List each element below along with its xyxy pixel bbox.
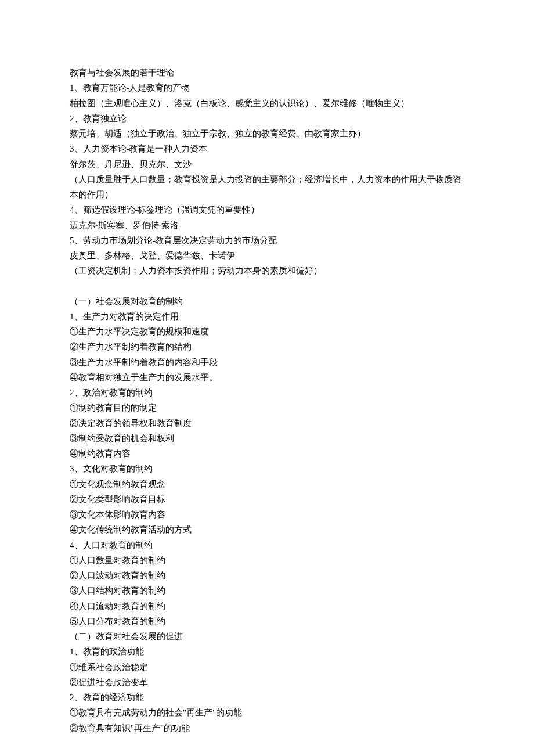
text-line: 5、劳动力市场划分论-教育层次决定劳动力的市场分配	[70, 233, 464, 248]
text-line: ④文化传统制约教育活动的方式	[70, 522, 464, 537]
text-line: 3、文化对教育的制约	[70, 461, 464, 476]
document-page: 教育与社会发展的若干理论1、教育万能论-人是教育的产物柏拉图（主观唯心主义）、洛…	[0, 0, 534, 756]
text-line: 皮奥里、多林格、戈登、爱德华兹、卡诺伊	[70, 248, 464, 263]
text-line: ②教育具有知识"再生产"的功能	[70, 721, 464, 736]
text-line: 舒尔茨、丹尼逊、贝克尔、文沙	[70, 157, 464, 172]
text-line: ③生产力水平制约着教育的内容和手段	[70, 355, 464, 370]
text-line: 1、生产力对教育的决定作用	[70, 309, 464, 324]
text-line: 柏拉图（主观唯心主义）、洛克（白板论、感觉主义的认识论）、爱尔维修（唯物主义）	[70, 96, 464, 111]
text-line: （工资决定机制；人力资本投资作用；劳动力本身的素质和偏好）	[70, 263, 464, 278]
text-line: ②生产力水平制约着教育的结构	[70, 339, 464, 354]
text-line: ①教育具有完成劳动力的社会"再生产"的功能	[70, 705, 464, 720]
text-line: ③文化本体影响教育内容	[70, 507, 464, 522]
text-line: 2、教育的经济功能	[70, 690, 464, 705]
text-line: ①制约教育目的的制定	[70, 400, 464, 415]
text-line: ④制约教育内容	[70, 446, 464, 461]
text-line: ②促进社会政治变革	[70, 675, 464, 690]
text-line: 4、人口对教育的制约	[70, 538, 464, 553]
text-line: ②决定教育的领导权和教育制度	[70, 416, 464, 431]
text-line: ①人口数量对教育的制约	[70, 553, 464, 568]
text-line: ①生产力水平决定教育的规模和速度	[70, 324, 464, 339]
blank-line	[70, 279, 464, 294]
text-line: ②文化类型影响教育目标	[70, 492, 464, 507]
text-line: ④人口流动对教育的制约	[70, 599, 464, 614]
text-line: ③人口结构对教育的制约	[70, 583, 464, 598]
document-content: 教育与社会发展的若干理论1、教育万能论-人是教育的产物柏拉图（主观唯心主义）、洛…	[70, 65, 464, 736]
text-line: ①文化观念制约教育观念	[70, 477, 464, 492]
text-line: （二）教育对社会发展的促进	[70, 629, 464, 644]
text-line: 教育与社会发展的若干理论	[70, 65, 464, 80]
text-line: 1、教育万能论-人是教育的产物	[70, 80, 464, 95]
text-line: （一）社会发展对教育的制约	[70, 294, 464, 309]
text-line: （人口质量胜于人口数量；教育投资是人力投资的主要部分；经济增长中，人力资本的作用…	[70, 172, 464, 203]
text-line: 1、教育的政治功能	[70, 644, 464, 659]
text-line: 蔡元培、胡适（独立于政治、独立于宗教、独立的教育经费、由教育家主办）	[70, 126, 464, 141]
text-line: ②人口波动对教育的制约	[70, 568, 464, 583]
text-line: 4、筛选假设理论-标签理论（强调文凭的重要性）	[70, 202, 464, 217]
text-line: 迈克尔·斯宾塞、罗伯特·索洛	[70, 218, 464, 233]
text-line: 2、教育独立论	[70, 111, 464, 126]
text-line: ⑤人口分布对教育的制约	[70, 614, 464, 629]
text-line: 2、政治对教育的制约	[70, 385, 464, 400]
text-line: 3、人力资本论-教育是一种人力资本	[70, 141, 464, 156]
text-line: ③制约受教育的机会和权利	[70, 431, 464, 446]
text-line: ①维系社会政治稳定	[70, 660, 464, 675]
text-line: ④教育相对独立于生产力的发展水平。	[70, 370, 464, 385]
